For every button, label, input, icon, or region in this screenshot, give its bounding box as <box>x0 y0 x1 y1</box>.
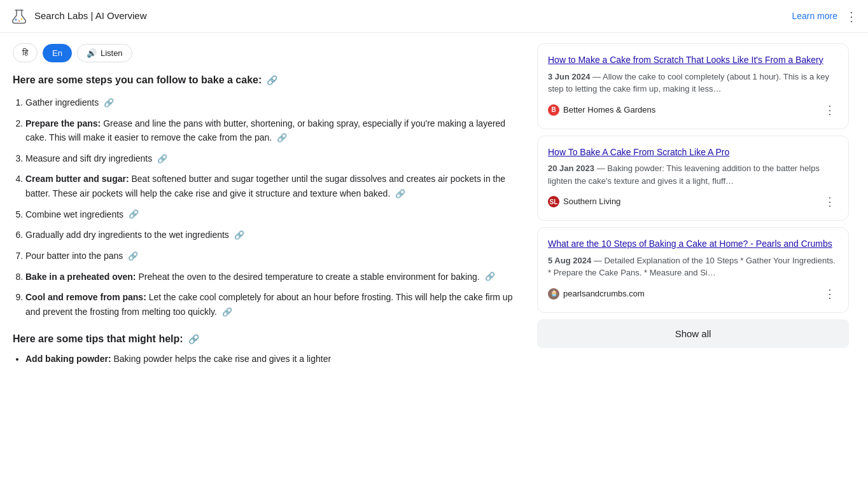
tips-heading-link-icon[interactable]: 🔗 <box>188 333 199 346</box>
speaker-icon: 🔊 <box>87 48 97 58</box>
step-item-7: Pour batter into the pans 🔗 <box>25 249 522 263</box>
source-3-sitename: pearlsandcrumbs.com <box>563 288 645 300</box>
svg-point-2 <box>21 18 22 19</box>
source-2-sitename: Southern Living <box>563 195 620 208</box>
source-2-snippet: 20 Jan 2023 — Baking powder: This leaven… <box>548 162 838 187</box>
source-2-footer: SL Southern Living ⋮ <box>548 193 838 210</box>
lang-hi-button[interactable]: हि <box>13 43 38 62</box>
top-bar: Search Labs | AI Overview Learn more ⋮ <box>0 0 868 33</box>
step-item-5: Combine wet ingredients 🔗 <box>25 207 522 222</box>
heading-link-icon[interactable]: 🔗 <box>267 74 277 87</box>
source-2-favicon: SL <box>548 196 559 207</box>
step-item-8: Bake in a preheated oven: Preheat the ov… <box>25 270 522 284</box>
right-panel: How to Make a Cake from Scratch That Loo… <box>537 43 849 371</box>
source-1-title[interactable]: How to Make a Cake from Scratch That Loo… <box>548 54 838 67</box>
step-4-link-icon[interactable]: 🔗 <box>395 188 405 201</box>
controls-row: हि En 🔊 Listen <box>13 43 522 62</box>
step-item-3: Measure and sift dry ingredients 🔗 <box>25 151 522 166</box>
step-item-4: Cream butter and sugar: Beat softened bu… <box>25 172 522 200</box>
flask-icon <box>10 8 28 25</box>
more-options-icon[interactable]: ⋮ <box>845 7 858 26</box>
source-3-site: 🧁 pearlsandcrumbs.com <box>548 288 645 300</box>
step-6-link-icon[interactable]: 🔗 <box>234 229 244 242</box>
lang-en-button[interactable]: En <box>43 44 72 62</box>
steps-list: Gather ingredients 🔗 Prepare the pans: G… <box>13 95 522 319</box>
step-item-9: Cool and remove from pans: Let the cake … <box>25 290 522 319</box>
source-card-2: How To Bake A Cake From Scratch Like A P… <box>537 135 849 221</box>
step-item-2: Prepare the pans: Grease and line the pa… <box>25 116 522 145</box>
step-8-link-icon[interactable]: 🔗 <box>485 270 495 284</box>
source-card-1: How to Make a Cake from Scratch That Loo… <box>537 43 849 129</box>
main-heading: Here are some steps you can follow to ba… <box>13 73 522 88</box>
source-card-3: What are the 10 Steps of Baking a Cake a… <box>537 227 849 313</box>
left-panel: हि En 🔊 Listen Here are some steps you c… <box>13 43 522 371</box>
show-all-button[interactable]: Show all <box>537 319 849 348</box>
step-5-link-icon[interactable]: 🔗 <box>129 208 139 221</box>
listen-button[interactable]: 🔊 Listen <box>77 44 132 62</box>
source-3-snippet: 5 Aug 2024 — Detailed Explanation of the… <box>548 254 838 279</box>
step-7-link-icon[interactable]: 🔗 <box>128 250 138 263</box>
source-1-more-button[interactable]: ⋮ <box>822 102 838 118</box>
svg-point-0 <box>15 18 17 20</box>
tip-item-1: Add baking powder: Baking powder helps t… <box>25 352 522 366</box>
source-2-site: SL Southern Living <box>548 195 620 208</box>
source-1-site: B Better Homes & Gardens <box>548 104 655 116</box>
step-2-link-icon[interactable]: 🔗 <box>277 132 287 145</box>
source-2-title[interactable]: How To Bake A Cake From Scratch Like A P… <box>548 146 838 159</box>
tips-list: Add baking powder: Baking powder helps t… <box>13 352 522 366</box>
learn-more-link[interactable]: Learn more <box>792 10 837 23</box>
step-item-1: Gather ingredients 🔗 <box>25 95 522 110</box>
source-3-title[interactable]: What are the 10 Steps of Baking a Cake a… <box>548 238 838 251</box>
source-1-sitename: Better Homes & Gardens <box>563 104 655 116</box>
step-item-6: Gradually add dry ingredients to the wet… <box>25 228 522 242</box>
source-1-snippet: 3 Jun 2024 — Allow the cake to cool comp… <box>548 71 838 95</box>
top-bar-right: Learn more ⋮ <box>792 7 858 26</box>
source-3-favicon: 🧁 <box>548 288 559 300</box>
main-layout: हि En 🔊 Listen Here are some steps you c… <box>0 33 868 382</box>
step-1-link-icon[interactable]: 🔗 <box>104 97 114 110</box>
source-2-more-button[interactable]: ⋮ <box>822 193 838 210</box>
top-bar-left: Search Labs | AI Overview <box>10 8 146 25</box>
top-bar-title: Search Labs | AI Overview <box>34 9 146 24</box>
source-3-more-button[interactable]: ⋮ <box>822 286 838 302</box>
step-3-link-icon[interactable]: 🔗 <box>157 153 167 166</box>
source-3-footer: 🧁 pearlsandcrumbs.com ⋮ <box>548 286 838 302</box>
source-1-favicon: B <box>548 104 559 116</box>
step-9-link-icon[interactable]: 🔗 <box>222 306 232 319</box>
tips-heading: Here are some tips that might help: 🔗 <box>13 331 522 347</box>
svg-point-1 <box>18 20 20 22</box>
source-1-footer: B Better Homes & Gardens ⋮ <box>548 102 838 118</box>
